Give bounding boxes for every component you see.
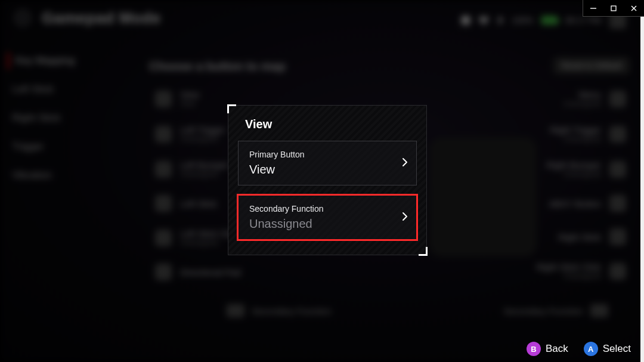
hint-back: B Back [527, 342, 568, 356]
option-value: Unassigned [249, 217, 389, 231]
option-value: View [249, 163, 389, 177]
b-button-icon: B [527, 342, 541, 356]
dialog-title: View [245, 117, 418, 131]
a-button-icon: A [584, 342, 598, 356]
option-caption: Secondary Function [249, 204, 389, 214]
primary-button-option[interactable]: Primary Button View [238, 141, 417, 185]
chevron-right-icon [402, 157, 408, 169]
hint-select: A Select [584, 342, 631, 356]
chevron-right-icon [402, 212, 408, 224]
close-button[interactable] [624, 0, 644, 17]
maximize-button[interactable] [603, 0, 624, 17]
svg-rect-1 [611, 6, 616, 11]
secondary-function-option[interactable]: Secondary Function Unassigned [238, 195, 417, 240]
scrollbar[interactable] [640, 0, 644, 362]
hint-label: Select [603, 343, 631, 355]
view-mapping-dialog: View Primary Button View Secondary Funct… [228, 105, 427, 255]
button-hints: B Back A Select [527, 342, 631, 356]
option-caption: Primary Button [249, 150, 389, 159]
minimize-button[interactable] [583, 0, 603, 17]
window-titlebar [583, 0, 644, 17]
hint-label: Back [546, 343, 568, 355]
